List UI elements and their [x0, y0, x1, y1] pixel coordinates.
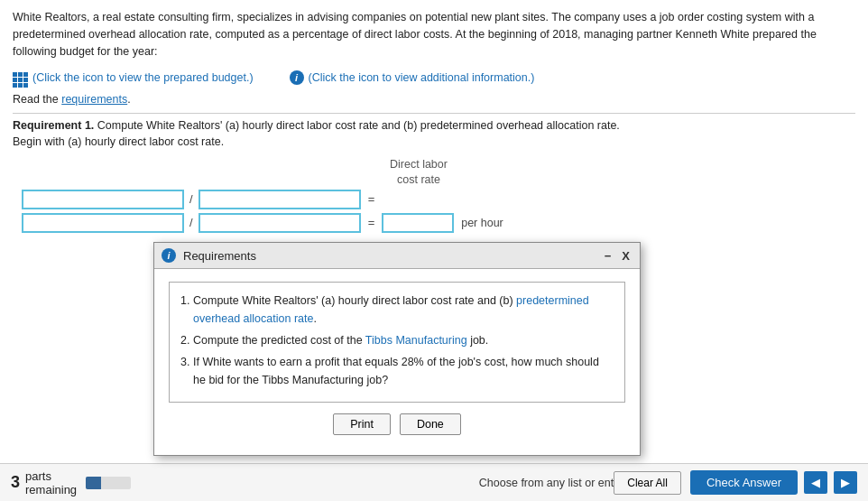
info-icon-link[interactable]: i (Click the icon to view additional inf…	[290, 67, 535, 88]
equals-2: =	[365, 216, 379, 229]
grid-icon	[13, 67, 28, 88]
row2-input1[interactable]	[22, 213, 184, 233]
done-button[interactable]: Done	[400, 413, 461, 435]
check-answer-button[interactable]: Check Answer	[690, 470, 798, 495]
info-circle-icon: i	[290, 70, 304, 85]
budget-icon-link[interactable]: (Click the icon to view the prepared bud…	[13, 67, 254, 88]
modal-info-icon: i	[162, 248, 176, 263]
next-button[interactable]: ▶	[834, 471, 857, 494]
modal-title: Requirements	[183, 249, 595, 263]
modal-requirement-2: Compute the predicted cost of the Tibbs …	[193, 331, 614, 349]
form-row-2: / = per hour	[22, 213, 855, 233]
print-button[interactable]: Print	[333, 413, 391, 435]
modal-close-button[interactable]: X	[619, 249, 633, 263]
requirements-modal: i Requirements − X Compute White Realtor…	[153, 242, 641, 456]
row1-input1[interactable]	[22, 190, 184, 209]
equals-1: =	[365, 192, 379, 206]
modal-footer: Print Done	[169, 413, 625, 446]
info-link-label: (Click the icon to view additional infor…	[309, 71, 535, 84]
requirements-anchor[interactable]: requirements	[61, 93, 127, 106]
divider	[13, 113, 855, 114]
begin-text: Begin with (a) hourly direct labor cost …	[13, 135, 855, 148]
parts-label: parts remaining	[25, 469, 77, 496]
requirement-heading: Requirement 1. Compute White Realtors' (…	[13, 119, 855, 132]
row2-input2[interactable]	[199, 213, 361, 233]
form-row-1: / =	[22, 190, 855, 209]
modal-minimize-button[interactable]: −	[602, 249, 614, 263]
modal-body: Compute White Realtors' (a) hourly direc…	[154, 269, 640, 455]
clear-all-button[interactable]: Clear All	[614, 471, 681, 495]
progress-bar-fill	[86, 477, 101, 489]
prev-button[interactable]: ◀	[804, 471, 827, 494]
parts-info: 3 parts remaining	[11, 469, 131, 496]
intro-text: White Realtors, a real estate consulting…	[13, 9, 855, 60]
progress-bar	[86, 477, 131, 489]
direct-labor-cost-rate-label: Direct laborcost rate	[383, 157, 455, 187]
modal-requirement-3: If White wants to earn a profit that equ…	[193, 353, 614, 389]
direct-labor-form: Direct laborcost rate / = / = per hour	[13, 157, 855, 233]
row1-input2[interactable]	[199, 190, 361, 209]
slash-1: /	[188, 192, 195, 206]
result-input[interactable]	[382, 213, 454, 233]
modal-requirement-1: Compute White Realtors' (a) hourly direc…	[193, 292, 614, 328]
modal-titlebar: i Requirements − X	[154, 243, 640, 269]
modal-requirements-box: Compute White Realtors' (a) hourly direc…	[169, 282, 625, 403]
bottom-bar: 3 parts remaining Choose from any list o…	[0, 463, 868, 501]
slash-2: /	[188, 216, 195, 229]
parts-number: 3	[11, 473, 20, 492]
choose-text: Choose from any list or ent	[479, 477, 614, 489]
budget-link-label: (Click the icon to view the prepared bud…	[32, 71, 254, 84]
per-hour-label: per hour	[461, 217, 503, 229]
requirements-link-line: Read the requirements.	[13, 93, 855, 106]
